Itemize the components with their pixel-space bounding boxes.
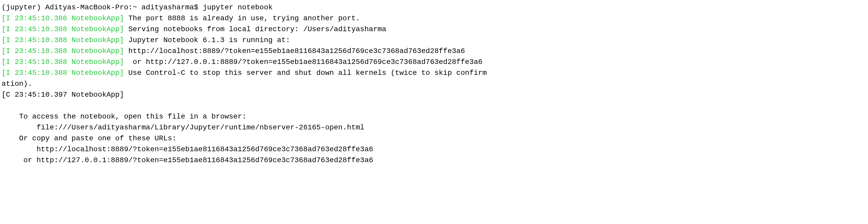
- log-prefix: [I 23:45:10.388 NotebookApp]: [2, 25, 124, 33]
- log-prefix: [I 23:45:10.388 NotebookApp]: [2, 69, 124, 77]
- body-line: file:///Users/adityasharma/Library/Jupyt…: [2, 123, 365, 132]
- log-prefix: [I 23:45:10.388 NotebookApp]: [2, 47, 124, 55]
- log-message-wrap: ation).: [2, 80, 32, 88]
- shell-prompt: (jupyter) Adityas-MacBook-Pro:~ adityash…: [2, 3, 203, 11]
- log-message: http://localhost:8889/?token=e155eb1ae81…: [124, 47, 465, 55]
- log-message: Use Control-C to stop this server and sh…: [124, 69, 487, 77]
- command-text: jupyter notebook: [203, 3, 273, 11]
- body-line: http://localhost:8889/?token=e155eb1ae81…: [2, 145, 373, 153]
- body-line: To access the notebook, open this file i…: [2, 113, 246, 120]
- log-message: or http://127.0.0.1:8889/?token=e155eb1a…: [124, 58, 483, 66]
- log-message: The port 8888 is already in use, trying …: [124, 14, 360, 22]
- terminal-output: (jupyter) Adityas-MacBook-Pro:~ adityash…: [0, 0, 868, 168]
- body-line: Or copy and paste one of these URLs:: [2, 134, 177, 142]
- log-prefix-critical: [C 23:45:10.397 NotebookApp]: [2, 91, 124, 99]
- log-message: Serving notebooks from local directory: …: [124, 25, 386, 33]
- log-prefix: [I 23:45:10.386 NotebookApp]: [2, 14, 124, 22]
- log-message: [124, 91, 128, 99]
- body-line: or http://127.0.0.1:8889/?token=e155eb1a…: [2, 156, 373, 164]
- log-prefix: [I 23:45:10.388 NotebookApp]: [2, 58, 124, 66]
- log-prefix: [I 23:45:10.388 NotebookApp]: [2, 36, 124, 44]
- log-message: Jupyter Notebook 6.1.3 is running at:: [124, 36, 290, 44]
